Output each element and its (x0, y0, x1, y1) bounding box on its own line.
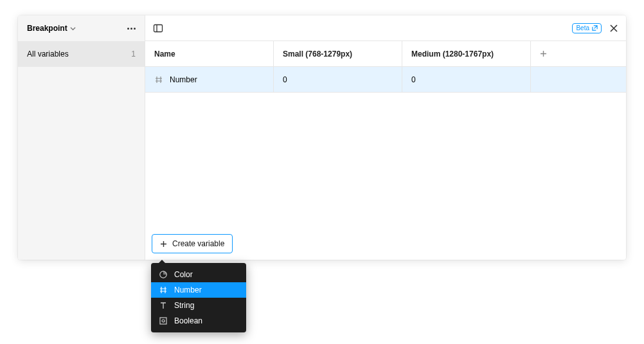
table-header-row: Name Small (768-1279px) Medium (1280-176… (145, 41, 626, 67)
menu-item-number[interactable]: Number (151, 282, 246, 298)
sidebar-toggle-icon[interactable] (153, 23, 163, 33)
chevron-down-icon (70, 26, 76, 32)
close-button[interactable] (609, 24, 618, 33)
create-variable-label: Create variable (172, 239, 224, 248)
sidebar-header: Breakpoint (18, 15, 145, 41)
plus-icon (540, 50, 547, 57)
number-icon (159, 285, 168, 294)
row-end-cell (531, 67, 626, 92)
menu-item-label: String (174, 301, 194, 310)
column-header-mode-small[interactable]: Small (768-1279px) (274, 41, 402, 66)
boolean-icon (159, 316, 168, 325)
footer: Create variable (152, 234, 233, 253)
menu-item-color[interactable]: Color (151, 267, 246, 282)
menu-item-boolean[interactable]: Boolean (151, 313, 246, 329)
create-variable-button[interactable]: Create variable (152, 234, 233, 253)
collection-name-label: Breakpoint (27, 24, 67, 33)
color-icon (159, 270, 168, 279)
svg-point-4 (162, 320, 165, 322)
variable-type-menu: Color Number String Boolean (151, 263, 246, 332)
menu-item-string[interactable]: String (151, 298, 246, 313)
variable-name-label: Number (170, 75, 197, 84)
column-header-mode-medium[interactable]: Medium (1280-1767px) (402, 41, 531, 66)
variable-name-cell[interactable]: Number (145, 67, 274, 92)
menu-item-label: Number (174, 285, 202, 294)
menu-item-label: Color (174, 270, 193, 279)
variables-panel: Breakpoint All variables 1 (18, 15, 626, 260)
add-mode-button[interactable] (531, 41, 626, 66)
beta-badge[interactable]: Beta (572, 23, 602, 33)
variable-value-cell-medium[interactable]: 0 (402, 67, 531, 92)
svg-rect-0 (154, 24, 163, 32)
sidebar-item-count: 1 (131, 50, 136, 59)
collection-selector[interactable]: Breakpoint (27, 24, 76, 33)
plus-icon (160, 240, 167, 248)
number-icon (154, 75, 163, 84)
main-header: Beta (145, 15, 626, 41)
column-header-name[interactable]: Name (145, 41, 274, 66)
menu-item-label: Boolean (174, 316, 202, 325)
sidebar-item-all-variables[interactable]: All variables 1 (18, 41, 145, 67)
external-link-icon (592, 25, 598, 31)
variable-value-cell-small[interactable]: 0 (274, 67, 402, 92)
string-icon (159, 301, 168, 310)
beta-label: Beta (576, 25, 589, 32)
main-area: Beta Name Small (768-1279px) (145, 15, 626, 260)
more-options-button[interactable] (125, 25, 138, 32)
table-row[interactable]: Number 0 0 (145, 67, 626, 93)
variables-table: Name Small (768-1279px) Medium (1280-176… (145, 41, 626, 93)
sidebar-item-label: All variables (27, 50, 69, 59)
sidebar: Breakpoint All variables 1 (18, 15, 145, 260)
svg-rect-3 (160, 318, 166, 324)
